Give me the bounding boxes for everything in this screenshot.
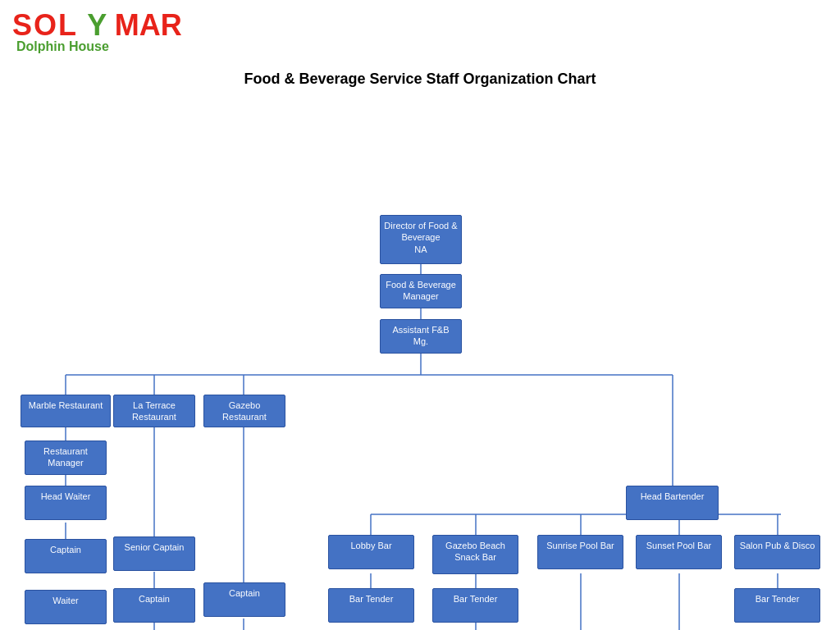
sunset-pool-box: Sunset Pool Bar bbox=[636, 535, 722, 569]
bartender1-box: Bar Tender bbox=[328, 588, 414, 623]
logo-mar: MAR bbox=[115, 8, 182, 42]
marble-box: Marble Restaurant bbox=[21, 395, 111, 427]
bartender2-box: Bar Tender bbox=[432, 588, 518, 623]
captain3-box: Captain bbox=[203, 582, 285, 617]
sunrise-pool-box: Sunrise Pool Bar bbox=[537, 535, 623, 569]
laterrace-box: La TerraceRestaurant bbox=[113, 395, 195, 427]
logo-area: SOL Y MAR Dolphin House bbox=[0, 0, 840, 62]
gazebo-rest-box: Gazebo Restaurant bbox=[203, 395, 285, 427]
logo-sol: SOL bbox=[12, 8, 87, 42]
rest-manager-box: RestaurantManager bbox=[25, 441, 107, 475]
fb-manager-box: Food & BeverageManager bbox=[380, 274, 462, 308]
bartender3-box: Bar Tender bbox=[734, 588, 820, 623]
logo-y: Y bbox=[87, 8, 114, 42]
captain1-box: Captain bbox=[25, 539, 107, 573]
director-box: Director of Food &BeverageNA bbox=[380, 215, 462, 264]
salon-pub-box: Salon Pub & Disco bbox=[734, 535, 820, 569]
head-bartender-box: Head Bartender bbox=[626, 486, 719, 520]
asst-fb-box: Assistant F&B Mg. bbox=[380, 319, 462, 354]
senior-captain-box: Senior Captain bbox=[113, 536, 195, 571]
gazebo-snack-box: Gazebo BeachSnack Bar bbox=[432, 535, 518, 574]
lobby-bar-box: Lobby Bar bbox=[328, 535, 414, 569]
captain2-box: Captain bbox=[113, 588, 195, 623]
waiter1-box: Waiter bbox=[25, 590, 107, 624]
head-waiter-box: Head Waiter bbox=[25, 486, 107, 520]
org-chart: Director of Food &BeverageNA Food & Beve… bbox=[0, 104, 840, 121]
chart-title: Food & Beverage Service Staff Organizati… bbox=[0, 71, 840, 88]
